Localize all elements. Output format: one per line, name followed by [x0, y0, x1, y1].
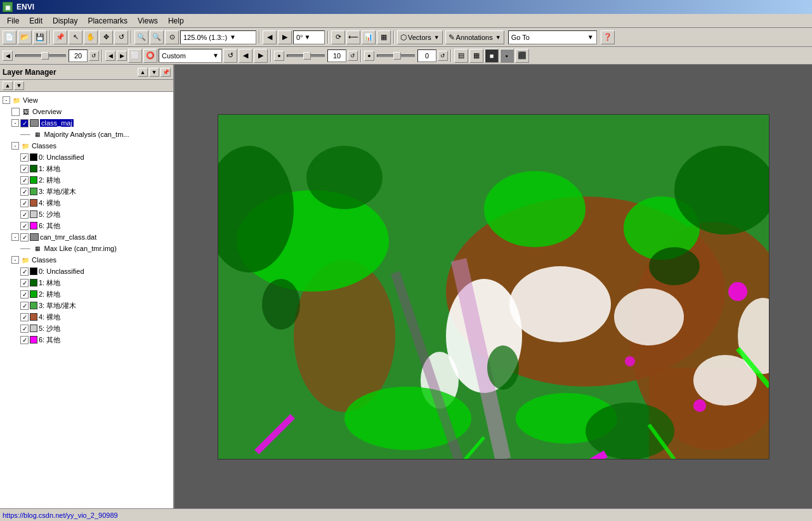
menu-file[interactable]: File — [3, 15, 23, 27]
nav-refresh3-button[interactable]: ↺ — [348, 51, 358, 61]
zoom-level-display[interactable]: 125.0% (1.3::) ▼ — [180, 30, 256, 44]
menu-views[interactable]: Views — [133, 15, 162, 27]
tree-overview[interactable]: 🖼 Overview — [3, 106, 171, 117]
tree-class-5-2[interactable]: ✓ 5: 沙地 — [3, 323, 171, 334]
export-btn[interactable]: ⬛ — [515, 49, 529, 63]
vectors-button[interactable]: ⬡ Vectors ▼ — [397, 30, 443, 44]
class1-1-cb[interactable]: ✓ — [20, 165, 29, 173]
overview-checkbox[interactable] — [11, 108, 20, 116]
class3-2-cb[interactable]: ✓ — [20, 302, 29, 310]
forward-button[interactable]: ▶ — [278, 30, 292, 44]
color-btn[interactable]: ▪ — [500, 49, 514, 63]
tree-view-root[interactable]: - 📁 View — [3, 94, 171, 106]
menu-help[interactable]: Help — [164, 15, 188, 27]
tree-class-3-1[interactable]: ✓ 3: 草地/灌木 — [3, 186, 171, 197]
nav-dot2-button[interactable]: ● — [364, 51, 374, 61]
tree-class-2-2[interactable]: ✓ 2: 耕地 — [3, 288, 171, 300]
tmr-expand[interactable]: - — [11, 233, 19, 241]
tree-class-4-1[interactable]: ✓ 4: 裸地 — [3, 197, 171, 209]
panel-up-button[interactable]: ▲ — [138, 68, 148, 77]
class0-2-cb[interactable]: ✓ — [20, 267, 29, 276]
cursor-button[interactable]: ↖ — [69, 30, 82, 44]
help-icon-button[interactable]: ❓ — [601, 30, 615, 44]
class5-2-cb[interactable]: ✓ — [20, 325, 29, 333]
tool-btn-1[interactable]: ⟳ — [331, 30, 345, 44]
tree-class-0-2[interactable]: ✓ 0: Unclassified — [3, 266, 171, 277]
tree-class-4-2[interactable]: ✓ 4: 裸地 — [3, 311, 171, 323]
view-expand[interactable]: - — [3, 96, 10, 104]
tree-class-1-2[interactable]: ✓ 1: 林地 — [3, 277, 171, 288]
tree-class-6-1[interactable]: ✓ 6: 其他 — [3, 220, 171, 231]
tool-btn-4[interactable]: ▦ — [377, 30, 391, 44]
save-button[interactable]: 💾 — [33, 30, 47, 44]
tree-class-0-1[interactable]: ✓ 0: Unclassified — [3, 151, 171, 163]
class4-2-cb[interactable]: ✓ — [20, 313, 29, 321]
open-button[interactable]: 📂 — [18, 30, 32, 44]
nav-refresh4-button[interactable]: ↺ — [438, 51, 448, 61]
tree-class-3-2[interactable]: ✓ 3: 草地/灌木 — [3, 300, 171, 311]
tree-class-1-1[interactable]: ✓ 1: 林地 — [3, 163, 171, 174]
class6-1-cb[interactable]: ✓ — [20, 222, 29, 230]
layer-icon-button[interactable]: ▤ — [454, 49, 468, 63]
tree-down-button[interactable]: ▼ — [14, 81, 24, 90]
slider2-thumb[interactable] — [303, 52, 311, 60]
move-button[interactable]: ✥ — [99, 30, 113, 44]
nav-dot-button[interactable]: ● — [274, 51, 284, 61]
goto-dropdown[interactable]: Go To ▼ — [508, 30, 597, 44]
slider-brightness-thumb[interactable] — [41, 52, 49, 60]
class2-2-cb[interactable]: ✓ — [20, 290, 29, 299]
tool-btn-2[interactable]: ⟵ — [346, 30, 360, 44]
zoom-in-button[interactable]: 🔍 — [150, 30, 164, 44]
tree-class-5-1[interactable]: ✓ 5: 沙地 — [3, 209, 171, 220]
slider-brightness[interactable] — [15, 55, 66, 57]
tree-tmr-class[interactable]: - ✓ can_tmr_class.dat — [3, 231, 171, 243]
pin-button[interactable]: 📌 — [53, 30, 67, 44]
panel-down-button[interactable]: ▼ — [149, 68, 159, 77]
tree-class-6-2[interactable]: ✓ 6: 其他 — [3, 334, 171, 345]
menu-placemarks[interactable]: Placemarks — [83, 15, 132, 27]
zoom-out-button[interactable]: 🔍 — [134, 30, 148, 44]
tool-btn-3[interactable]: 📊 — [362, 30, 376, 44]
nav-left2-button[interactable]: ◀ — [105, 51, 115, 61]
slider3-thumb[interactable] — [393, 52, 401, 60]
class1-2-cb[interactable]: ✓ — [20, 279, 29, 287]
class2-1-cb[interactable]: ✓ — [20, 176, 29, 184]
zoom-reset-button[interactable]: ⊙ — [165, 30, 179, 44]
menu-edit[interactable]: Edit — [25, 15, 47, 27]
tree-classes-folder-1[interactable]: - 📁 Classes — [3, 140, 171, 151]
fwd2-button[interactable]: ▶ — [254, 49, 268, 63]
back-button[interactable]: ◀ — [263, 30, 277, 44]
classes2-expand[interactable]: - — [11, 256, 19, 264]
custom-dropdown[interactable]: Custom ▼ — [159, 49, 222, 63]
menu-display[interactable]: Display — [48, 15, 82, 27]
refresh2-button[interactable]: ↺ — [223, 49, 237, 63]
map-area[interactable] — [174, 65, 812, 508]
classes1-expand[interactable]: - — [11, 142, 19, 150]
tree-majority[interactable]: ── ▦ Majority Analysis (can_tm... — [3, 129, 171, 140]
slider3[interactable] — [377, 55, 415, 57]
panel-pin-button[interactable]: 📌 — [160, 68, 171, 77]
tree-class-maj[interactable]: - ✓ class_maj — [3, 117, 171, 129]
pan-button[interactable]: ✋ — [84, 30, 98, 44]
back2-button[interactable]: ◀ — [239, 49, 252, 63]
tree-maxlike[interactable]: ── ▦ Max Like (can_tmr.img) — [3, 243, 171, 254]
class-maj-expand[interactable]: - — [11, 119, 19, 127]
class-maj-checkbox[interactable]: ✓ — [20, 119, 29, 127]
nav-refresh-button[interactable]: ↺ — [89, 51, 99, 61]
annotations-button[interactable]: ✎ Annotations ▼ — [445, 30, 504, 44]
grid-icon-button[interactable]: ▦ — [469, 49, 483, 63]
class0-1-cb[interactable]: ✓ — [20, 153, 29, 162]
slider2[interactable] — [287, 55, 325, 57]
tree-class-2-1[interactable]: ✓ 2: 耕地 — [3, 174, 171, 186]
new-button[interactable]: 📄 — [3, 30, 16, 44]
class6-2-cb[interactable]: ✓ — [20, 336, 29, 344]
angle-display[interactable]: 0° ▼ — [293, 30, 325, 44]
frame-button[interactable]: ⬜ — [128, 49, 142, 63]
dark-btn[interactable]: ■ — [485, 49, 499, 63]
class4-1-cb[interactable]: ✓ — [20, 199, 29, 207]
circle-button[interactable]: ⭕ — [143, 49, 157, 63]
class5-1-cb[interactable]: ✓ — [20, 210, 29, 219]
class3-1-cb[interactable]: ✓ — [20, 188, 29, 196]
tmr-checkbox[interactable]: ✓ — [20, 233, 29, 241]
refresh-button[interactable]: ↺ — [114, 30, 128, 44]
